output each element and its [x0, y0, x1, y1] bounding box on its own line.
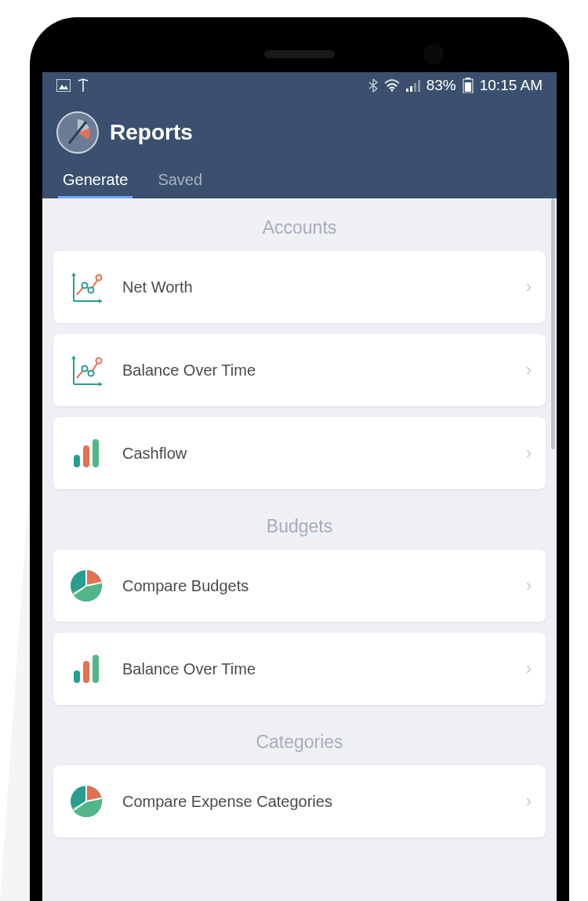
svg-rect-31 — [83, 661, 89, 683]
line-chart-icon — [67, 351, 105, 389]
svg-rect-23 — [74, 455, 80, 467]
clock-time: 10:15 AM — [480, 77, 543, 94]
app-screen: 83% 10:15 AM Reports Generate Saved — [42, 72, 557, 901]
chevron-right-icon: › — [526, 576, 532, 596]
section-header-budgets: Budgets — [53, 500, 546, 550]
tab-saved[interactable]: Saved — [156, 166, 204, 198]
battery-percent: 83% — [426, 77, 456, 94]
bluetooth-icon — [368, 78, 378, 93]
report-compare-budgets[interactable]: Compare Budgets › — [53, 550, 546, 622]
svg-rect-10 — [465, 82, 471, 92]
app-header: Reports Generate Saved — [42, 99, 557, 198]
chevron-right-icon: › — [526, 360, 532, 380]
svg-point-22 — [96, 358, 102, 364]
bar-chart-icon — [67, 434, 105, 472]
phone-speaker — [264, 50, 335, 58]
image-icon — [56, 79, 71, 92]
report-label: Balance Over Time — [122, 361, 509, 380]
chevron-right-icon: › — [526, 791, 532, 812]
pie-chart-icon — [67, 567, 105, 605]
report-compare-expense-categories[interactable]: Compare Expense Categories › — [53, 765, 546, 837]
antenna-icon — [77, 78, 89, 93]
svg-point-3 — [390, 89, 393, 92]
svg-rect-32 — [93, 655, 99, 683]
svg-rect-4 — [406, 89, 408, 92]
section-header-accounts: Accounts — [53, 198, 546, 251]
scroll-indicator[interactable] — [551, 198, 555, 449]
chevron-right-icon: › — [526, 443, 532, 463]
page-title: Reports — [110, 120, 193, 145]
svg-point-21 — [89, 371, 94, 376]
report-label: Net Worth — [122, 278, 509, 296]
svg-rect-7 — [418, 80, 420, 92]
svg-point-15 — [82, 283, 88, 289]
chevron-right-icon: › — [526, 277, 532, 297]
svg-rect-6 — [414, 83, 416, 92]
report-budget-balance-over-time[interactable]: Balance Over Time › — [53, 633, 546, 705]
svg-point-17 — [96, 275, 102, 281]
app-logo-icon — [56, 111, 99, 154]
svg-rect-25 — [93, 439, 99, 467]
svg-point-20 — [82, 366, 88, 372]
svg-marker-1 — [59, 85, 68, 89]
report-list: Accounts Net Worth › — [42, 198, 557, 901]
report-net-worth[interactable]: Net Worth › — [53, 251, 546, 323]
svg-rect-5 — [410, 86, 412, 92]
battery-icon — [463, 78, 474, 93]
report-label: Compare Expense Categories — [122, 793, 509, 811]
report-label: Balance Over Time — [122, 660, 509, 678]
tab-generate[interactable]: Generate — [61, 166, 129, 198]
line-chart-icon — [67, 268, 105, 306]
pie-chart-icon — [67, 783, 105, 820]
svg-point-16 — [89, 288, 94, 293]
section-header-categories: Categories — [53, 716, 546, 765]
report-cashflow[interactable]: Cashflow › — [53, 417, 546, 489]
phone-frame: 83% 10:15 AM Reports Generate Saved — [30, 17, 569, 901]
svg-rect-0 — [56, 79, 71, 92]
report-label: Compare Budgets — [122, 577, 509, 595]
report-balance-over-time[interactable]: Balance Over Time › — [53, 334, 546, 406]
svg-rect-30 — [74, 670, 80, 683]
report-label: Cashflow — [122, 445, 509, 463]
phone-sensor — [423, 44, 444, 64]
chevron-right-icon: › — [526, 659, 532, 679]
svg-rect-24 — [83, 445, 89, 467]
status-bar: 83% 10:15 AM — [42, 72, 557, 99]
wifi-icon — [384, 79, 400, 92]
bar-chart-icon — [67, 650, 105, 688]
signal-icon — [406, 79, 420, 92]
